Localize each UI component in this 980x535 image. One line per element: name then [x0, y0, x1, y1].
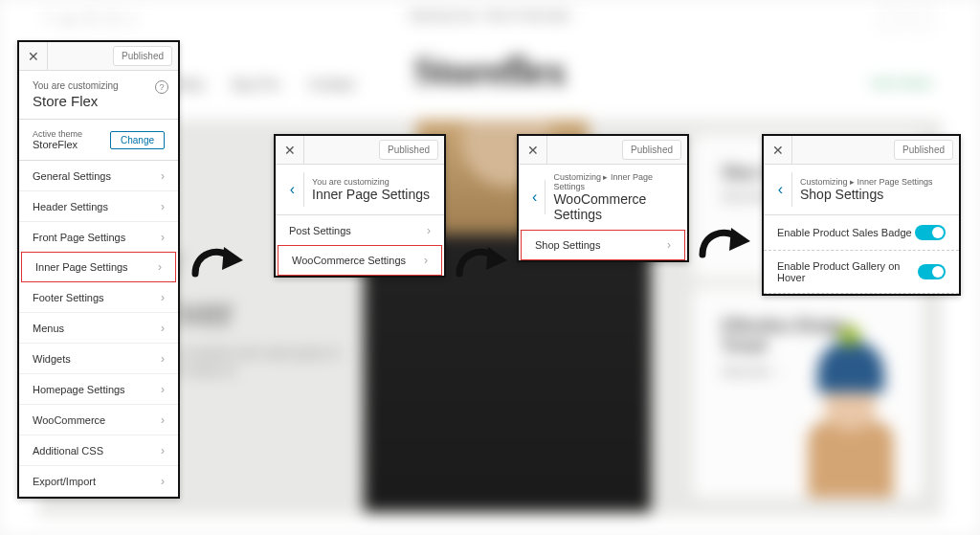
- promo-card-2: Effortless Design Trend Shop Now →: [693, 287, 923, 498]
- social-icons: f◎PXt: [48, 12, 133, 26]
- menu-item-label: Widgets: [33, 353, 71, 365]
- menu-item-label: General Settings: [33, 170, 111, 182]
- chevron-right-icon: ›: [161, 444, 165, 457]
- customizer-panel-inner-page: ✕ Published ‹ You are customizing Inner …: [274, 134, 446, 278]
- site-logo: Storeflex: [413, 48, 567, 94]
- back-icon[interactable]: ‹: [281, 172, 304, 207]
- toggle-switch[interactable]: [918, 264, 946, 279]
- chevron-right-icon: ›: [161, 291, 165, 304]
- customizer-panel-woocommerce: ✕ Published ‹ Customizing ▸ Inner Page S…: [517, 134, 689, 262]
- panel1-list: General Settings›Header Settings›Front P…: [19, 161, 178, 497]
- customizing-label: You are customizing: [312, 177, 430, 187]
- customizing-label: You are customizing: [33, 80, 165, 91]
- customizer-panel-root: ✕ Published You are customizing Store Fl…: [17, 40, 180, 499]
- panel-title: Inner Page Settings: [312, 187, 430, 202]
- flow-arrow-icon: [454, 239, 511, 283]
- chevron-right-icon: ›: [161, 322, 165, 335]
- menu-item-header-settings[interactable]: Header Settings›: [19, 191, 178, 222]
- toggle-switch[interactable]: [915, 225, 946, 240]
- menu-item-label: Post Settings: [289, 225, 351, 236]
- chevron-right-icon: ›: [427, 224, 431, 237]
- topbar-actions: [880, 9, 932, 30]
- publish-status-button[interactable]: Published: [622, 140, 681, 160]
- opening-hours: Opening hours · Mon-Fri 8am-8pm: [410, 10, 571, 21]
- menu-item-footer-settings[interactable]: Footer Settings›: [19, 282, 178, 313]
- close-icon[interactable]: ✕: [519, 136, 547, 165]
- back-icon[interactable]: ‹: [769, 172, 792, 207]
- chevron-right-icon: ›: [161, 413, 165, 427]
- menu-item-export-import[interactable]: Export/Import›: [19, 466, 178, 497]
- chevron-right-icon: ›: [158, 260, 162, 274]
- active-theme-row: Active theme StoreFlex Change: [19, 120, 178, 161]
- chevron-right-icon: ›: [424, 254, 428, 267]
- panel-title: Shop Settings: [800, 187, 933, 202]
- menu-item-shop-settings[interactable]: Shop Settings›: [521, 230, 685, 260]
- change-theme-button[interactable]: Change: [110, 131, 165, 149]
- publish-status-button[interactable]: Published: [894, 140, 953, 160]
- panel-title: Store Flex: [33, 93, 165, 109]
- hero-subtext: ipsum cupcake carrot cake pastry sit cot…: [153, 345, 345, 379]
- panel-title: WooCommerce Settings: [553, 191, 678, 222]
- chevron-right-icon: ›: [161, 352, 165, 366]
- primary-nav: Shop Buy Pro Contact: [172, 77, 355, 92]
- close-icon[interactable]: ✕: [276, 136, 304, 165]
- menu-item-label: Footer Settings: [33, 292, 104, 303]
- menu-item-label: Additional CSS: [33, 445, 103, 457]
- flow-arrow-icon: [697, 220, 754, 264]
- close-icon[interactable]: ✕: [19, 42, 48, 71]
- menu-item-label: Header Settings: [33, 201, 108, 212]
- close-icon[interactable]: ✕: [764, 136, 792, 165]
- menu-item-homepage-settings[interactable]: Homepage Settings›: [19, 374, 178, 405]
- active-theme-name: StoreFlex: [33, 139, 82, 150]
- chevron-right-icon: ›: [161, 231, 165, 244]
- publish-status-button[interactable]: Published: [379, 140, 438, 160]
- breadcrumb: Customizing ▸ Inner Page Settings: [800, 177, 933, 187]
- menu-item-label: Front Page Settings: [33, 232, 125, 243]
- chevron-right-icon: ›: [161, 200, 165, 213]
- panel4-options: Enable Product Sales BadgeEnable Product…: [764, 215, 959, 294]
- panel-title-block: You are customizing Store Flex ?: [19, 71, 178, 120]
- menu-item-general-settings[interactable]: General Settings›: [19, 161, 178, 191]
- option-enable-product-sales-badge: Enable Product Sales Badge: [764, 215, 959, 251]
- menu-item-label: WooCommerce Settings: [292, 255, 406, 266]
- menu-item-woocommerce-settings[interactable]: WooCommerce Settings›: [278, 245, 442, 276]
- panel2-list: Post Settings›WooCommerce Settings›: [276, 215, 444, 276]
- menu-item-label: Homepage Settings: [33, 384, 125, 395]
- menu-item-additional-css[interactable]: Additional CSS›: [19, 435, 178, 466]
- panel3-list: Shop Settings›: [519, 230, 687, 260]
- publish-status-button[interactable]: Published: [113, 46, 172, 66]
- help-icon[interactable]: ?: [155, 80, 168, 94]
- menu-item-menus[interactable]: Menus›: [19, 313, 178, 344]
- option-label: Enable Product Sales Badge: [777, 227, 912, 238]
- chevron-right-icon: ›: [667, 238, 671, 252]
- panel-title-block: Customizing ▸ Inner Page Settings WooCom…: [553, 172, 678, 222]
- menu-item-post-settings[interactable]: Post Settings›: [276, 215, 444, 246]
- cart-link: Cart 0 items: [870, 77, 932, 90]
- back-icon[interactable]: ‹: [524, 180, 546, 214]
- menu-item-label: Shop Settings: [535, 239, 601, 251]
- menu-item-front-page-settings[interactable]: Front Page Settings›: [19, 222, 178, 253]
- chevron-right-icon: ›: [161, 383, 165, 396]
- menu-item-woocommerce[interactable]: WooCommerce›: [19, 405, 178, 435]
- flow-arrow-icon: [189, 239, 247, 283]
- panel-title-block: Customizing ▸ Inner Page Settings Shop S…: [800, 177, 933, 202]
- option-enable-product-gallery-on-hover: Enable Product Gallery on Hover: [764, 251, 959, 294]
- active-theme-label: Active theme: [33, 129, 82, 139]
- menu-item-label: Menus: [33, 323, 64, 334]
- breadcrumb: Customizing ▸ Inner Page Settings: [553, 172, 678, 191]
- chevron-right-icon: ›: [161, 475, 165, 488]
- menu-item-label: Export/Import: [33, 476, 96, 487]
- chevron-right-icon: ›: [161, 169, 165, 183]
- menu-item-inner-page-settings[interactable]: Inner Page Settings›: [21, 252, 176, 282]
- menu-item-widgets[interactable]: Widgets›: [19, 344, 178, 374]
- menu-item-label: WooCommerce: [33, 414, 105, 426]
- panel-title-block: You are customizing Inner Page Settings: [312, 177, 430, 202]
- option-label: Enable Product Gallery on Hover: [777, 260, 918, 283]
- menu-item-label: Inner Page Settings: [35, 261, 128, 273]
- customizer-panel-shop-settings: ✕ Published ‹ Customizing ▸ Inner Page S…: [762, 134, 961, 296]
